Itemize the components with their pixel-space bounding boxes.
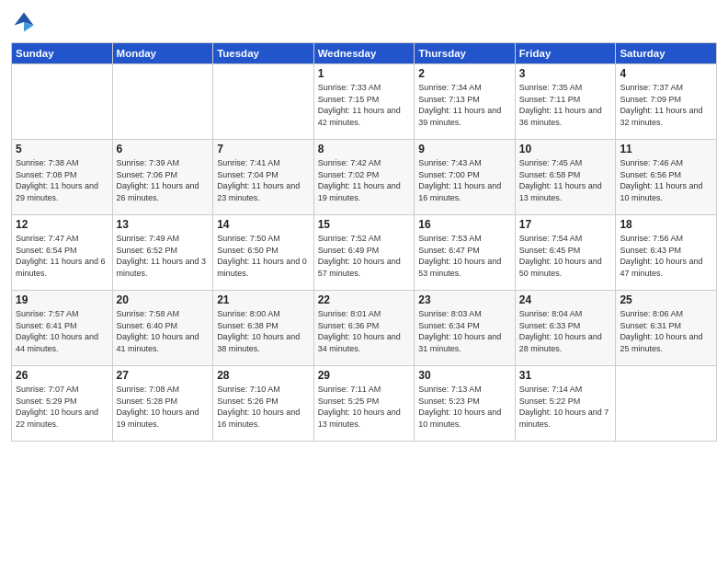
calendar-cell: 30Sunrise: 7:13 AM Sunset: 5:23 PM Dayli…: [415, 366, 516, 442]
day-info: Sunrise: 7:42 AM Sunset: 7:02 PM Dayligh…: [318, 157, 411, 203]
day-info: Sunrise: 8:04 AM Sunset: 6:33 PM Dayligh…: [519, 308, 612, 354]
calendar-cell: 27Sunrise: 7:08 AM Sunset: 5:28 PM Dayli…: [112, 366, 213, 442]
calendar-cell: 21Sunrise: 8:00 AM Sunset: 6:38 PM Dayli…: [213, 291, 314, 366]
day-info: Sunrise: 8:00 AM Sunset: 6:38 PM Dayligh…: [217, 308, 310, 354]
day-number: 1: [318, 67, 411, 80]
calendar-cell: 23Sunrise: 8:03 AM Sunset: 6:34 PM Dayli…: [415, 291, 516, 366]
weekday-header-friday: Friday: [515, 43, 616, 64]
day-number: 11: [620, 143, 712, 155]
day-info: Sunrise: 8:06 AM Sunset: 6:31 PM Dayligh…: [620, 308, 712, 354]
calendar-cell: 3Sunrise: 7:35 AM Sunset: 7:11 PM Daylig…: [515, 64, 616, 140]
day-number: 4: [620, 67, 712, 80]
calendar-cell: 10Sunrise: 7:45 AM Sunset: 6:58 PM Dayli…: [515, 140, 616, 215]
day-info: Sunrise: 7:56 AM Sunset: 6:43 PM Dayligh…: [620, 233, 712, 279]
day-number: 23: [418, 293, 511, 306]
weekday-header-saturday: Saturday: [616, 43, 717, 64]
calendar-cell: 4Sunrise: 7:37 AM Sunset: 7:09 PM Daylig…: [616, 64, 717, 140]
day-number: 21: [217, 293, 310, 306]
day-info: Sunrise: 7:07 AM Sunset: 5:29 PM Dayligh…: [16, 384, 108, 430]
logo-icon: [11, 9, 37, 35]
day-number: 19: [16, 293, 108, 306]
day-info: Sunrise: 7:34 AM Sunset: 7:13 PM Dayligh…: [418, 82, 511, 128]
day-info: Sunrise: 7:13 AM Sunset: 5:23 PM Dayligh…: [418, 384, 511, 430]
weekday-header-sunday: Sunday: [12, 43, 113, 64]
calendar-cell: 6Sunrise: 7:39 AM Sunset: 7:06 PM Daylig…: [112, 140, 213, 215]
calendar-cell: 26Sunrise: 7:07 AM Sunset: 5:29 PM Dayli…: [12, 366, 113, 442]
day-info: Sunrise: 7:11 AM Sunset: 5:25 PM Dayligh…: [318, 384, 411, 430]
day-info: Sunrise: 8:03 AM Sunset: 6:34 PM Dayligh…: [418, 308, 511, 354]
day-number: 31: [519, 369, 612, 382]
header: [11, 9, 717, 35]
page-container: SundayMondayTuesdayWednesdayThursdayFrid…: [0, 0, 728, 563]
day-number: 16: [418, 218, 511, 231]
calendar-cell: 20Sunrise: 7:58 AM Sunset: 6:40 PM Dayli…: [112, 291, 213, 366]
calendar-cell: 28Sunrise: 7:10 AM Sunset: 5:26 PM Dayli…: [213, 366, 314, 442]
calendar-cell: [616, 366, 717, 442]
day-info: Sunrise: 7:37 AM Sunset: 7:09 PM Dayligh…: [620, 82, 712, 128]
day-number: 28: [217, 369, 310, 382]
day-number: 29: [318, 369, 411, 382]
day-number: 12: [16, 218, 108, 231]
day-number: 18: [620, 218, 712, 231]
day-info: Sunrise: 7:39 AM Sunset: 7:06 PM Dayligh…: [117, 157, 210, 203]
calendar-cell: 13Sunrise: 7:49 AM Sunset: 6:52 PM Dayli…: [112, 215, 213, 291]
calendar-week-0: 1Sunrise: 7:33 AM Sunset: 7:15 PM Daylig…: [12, 64, 717, 140]
calendar-week-1: 5Sunrise: 7:38 AM Sunset: 7:08 PM Daylig…: [12, 140, 717, 215]
day-info: Sunrise: 7:46 AM Sunset: 6:56 PM Dayligh…: [620, 157, 712, 203]
day-info: Sunrise: 7:52 AM Sunset: 6:49 PM Dayligh…: [318, 233, 411, 279]
day-number: 9: [418, 143, 511, 155]
day-number: 15: [318, 218, 411, 231]
day-info: Sunrise: 7:49 AM Sunset: 6:52 PM Dayligh…: [117, 233, 210, 279]
day-info: Sunrise: 7:53 AM Sunset: 6:47 PM Dayligh…: [418, 233, 511, 279]
weekday-header-thursday: Thursday: [415, 43, 516, 64]
day-number: 10: [519, 143, 612, 155]
day-number: 2: [418, 67, 511, 80]
day-info: Sunrise: 7:33 AM Sunset: 7:15 PM Dayligh…: [318, 82, 411, 128]
weekday-header-row: SundayMondayTuesdayWednesdayThursdayFrid…: [12, 43, 717, 64]
day-number: 26: [16, 369, 108, 382]
calendar-week-3: 19Sunrise: 7:57 AM Sunset: 6:41 PM Dayli…: [12, 291, 717, 366]
day-info: Sunrise: 7:43 AM Sunset: 7:00 PM Dayligh…: [418, 157, 511, 203]
calendar-cell: [112, 64, 213, 140]
day-number: 30: [418, 369, 511, 382]
day-number: 5: [16, 143, 108, 155]
calendar-cell: 1Sunrise: 7:33 AM Sunset: 7:15 PM Daylig…: [313, 64, 415, 140]
day-info: Sunrise: 7:58 AM Sunset: 6:40 PM Dayligh…: [117, 308, 210, 354]
day-number: 17: [519, 218, 612, 231]
day-number: 25: [620, 293, 712, 306]
calendar-cell: 17Sunrise: 7:54 AM Sunset: 6:45 PM Dayli…: [515, 215, 616, 291]
calendar-cell: 22Sunrise: 8:01 AM Sunset: 6:36 PM Dayli…: [313, 291, 415, 366]
day-number: 13: [117, 218, 210, 231]
calendar-cell: [213, 64, 314, 140]
weekday-header-tuesday: Tuesday: [213, 43, 314, 64]
logo: [11, 9, 40, 35]
day-number: 22: [318, 293, 411, 306]
day-number: 7: [217, 143, 310, 155]
day-number: 8: [318, 143, 411, 155]
day-number: 6: [117, 143, 210, 155]
calendar-table: SundayMondayTuesdayWednesdayThursdayFrid…: [11, 42, 717, 442]
day-info: Sunrise: 7:10 AM Sunset: 5:26 PM Dayligh…: [217, 384, 310, 430]
day-number: 14: [217, 218, 310, 231]
calendar-cell: 12Sunrise: 7:47 AM Sunset: 6:54 PM Dayli…: [12, 215, 113, 291]
calendar-cell: 9Sunrise: 7:43 AM Sunset: 7:00 PM Daylig…: [415, 140, 516, 215]
day-number: 20: [117, 293, 210, 306]
calendar-cell: 5Sunrise: 7:38 AM Sunset: 7:08 PM Daylig…: [12, 140, 113, 215]
day-info: Sunrise: 7:35 AM Sunset: 7:11 PM Dayligh…: [519, 82, 612, 128]
day-info: Sunrise: 7:14 AM Sunset: 5:22 PM Dayligh…: [519, 384, 612, 430]
calendar-cell: 24Sunrise: 8:04 AM Sunset: 6:33 PM Dayli…: [515, 291, 616, 366]
day-info: Sunrise: 7:54 AM Sunset: 6:45 PM Dayligh…: [519, 233, 612, 279]
day-info: Sunrise: 7:50 AM Sunset: 6:50 PM Dayligh…: [217, 233, 310, 279]
day-number: 27: [117, 369, 210, 382]
day-info: Sunrise: 8:01 AM Sunset: 6:36 PM Dayligh…: [318, 308, 411, 354]
calendar-cell: 29Sunrise: 7:11 AM Sunset: 5:25 PM Dayli…: [313, 366, 415, 442]
day-number: 3: [519, 67, 612, 80]
day-info: Sunrise: 7:45 AM Sunset: 6:58 PM Dayligh…: [519, 157, 612, 203]
calendar-cell: 18Sunrise: 7:56 AM Sunset: 6:43 PM Dayli…: [616, 215, 717, 291]
calendar-cell: [12, 64, 113, 140]
day-info: Sunrise: 7:57 AM Sunset: 6:41 PM Dayligh…: [16, 308, 108, 354]
calendar-cell: 7Sunrise: 7:41 AM Sunset: 7:04 PM Daylig…: [213, 140, 314, 215]
calendar-cell: 25Sunrise: 8:06 AM Sunset: 6:31 PM Dayli…: [616, 291, 717, 366]
calendar-week-2: 12Sunrise: 7:47 AM Sunset: 6:54 PM Dayli…: [12, 215, 717, 291]
calendar-cell: 11Sunrise: 7:46 AM Sunset: 6:56 PM Dayli…: [616, 140, 717, 215]
